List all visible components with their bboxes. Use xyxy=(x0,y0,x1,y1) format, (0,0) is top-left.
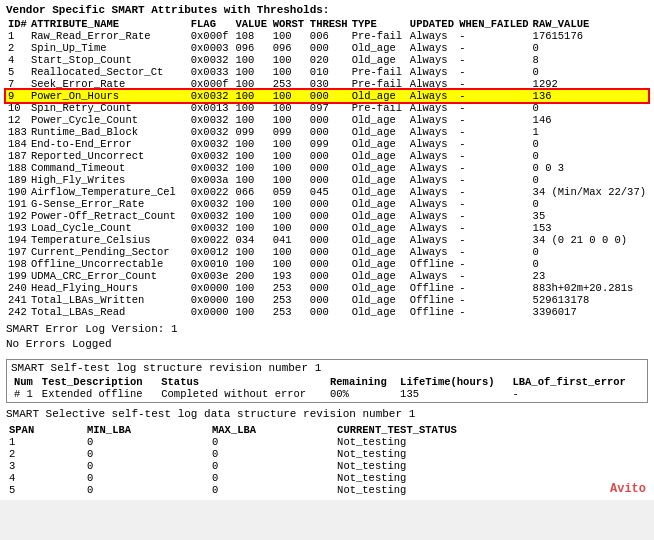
table-row: 187Reported_Uncorrect0x0032100100000Old_… xyxy=(6,150,648,162)
table-row: 199UDMA_CRC_Error_Count0x003e200193000Ol… xyxy=(6,270,648,282)
smart-attributes-table: ID# ATTRIBUTE_NAME FLAG VALUE WORST THRE… xyxy=(6,18,648,318)
self-test-row: # 1Extended offlineCompleted without err… xyxy=(11,388,643,400)
col-header-id: ID# xyxy=(6,18,29,30)
error-log-title: SMART Error Log Version: 1 xyxy=(6,322,648,337)
selective-test-title: SMART Selective self-test log data struc… xyxy=(6,407,648,422)
table-row: 192Power-Off_Retract_Count0x003210010000… xyxy=(6,210,648,222)
section-header: Vendor Specific SMART Attributes with Th… xyxy=(6,4,648,16)
selective-test-row: 300Not_testing xyxy=(6,460,648,472)
self-test-table: NumTest_DescriptionStatusRemainingLifeTi… xyxy=(11,376,643,400)
table-row: 184End-to-End_Error0x0032100100099Old_ag… xyxy=(6,138,648,150)
table-row: 197Current_Pending_Sector0x0012100100000… xyxy=(6,246,648,258)
self-test-title: SMART Self-test log structure revision n… xyxy=(11,362,643,374)
col-header-flag: FLAG xyxy=(189,18,234,30)
selective-test-row: 400Not_testing xyxy=(6,472,648,484)
selective-test-row: 100Not_testing xyxy=(6,436,648,448)
col-header-value: VALUE xyxy=(233,18,270,30)
table-row: 193Load_Cycle_Count0x0032100100000Old_ag… xyxy=(6,222,648,234)
col-header-name: ATTRIBUTE_NAME xyxy=(29,18,189,30)
table-row: 5Reallocated_Sector_Ct0x0033100100010Pre… xyxy=(6,66,648,78)
col-header-updated: UPDATED xyxy=(408,18,457,30)
table-row: 10Spin_Retry_Count0x0013100100097Pre-fai… xyxy=(6,102,648,114)
table-row: 183Runtime_Bad_Block0x0032099099000Old_a… xyxy=(6,126,648,138)
self-test-section: SMART Self-test log structure revision n… xyxy=(6,359,648,403)
col-header-failed: WHEN_FAILED xyxy=(457,18,530,30)
table-row: 241Total_LBAs_Written0x0000100253000Old_… xyxy=(6,294,648,306)
table-row: 12Power_Cycle_Count0x0032100100000Old_ag… xyxy=(6,114,648,126)
watermark: Avito xyxy=(610,482,646,496)
table-row: 189High_Fly_Writes0x003a100100000Old_age… xyxy=(6,174,648,186)
table-row: 2Spin_Up_Time0x0003096096000Old_ageAlway… xyxy=(6,42,648,54)
col-header-thresh: THRESH xyxy=(308,18,350,30)
table-row: 9Power_On_Hours0x0032100100000Old_ageAlw… xyxy=(6,90,648,102)
main-container: Vendor Specific SMART Attributes with Th… xyxy=(0,0,654,500)
table-row: 7Seek_Error_Rate0x000f100253030Pre-failA… xyxy=(6,78,648,90)
error-log-content: No Errors Logged xyxy=(6,337,648,352)
table-row: 191G-Sense_Error_Rate0x0032100100000Old_… xyxy=(6,198,648,210)
table-row: 190Airflow_Temperature_Cel0x002206605904… xyxy=(6,186,648,198)
selective-test-row: 500Not_testing xyxy=(6,484,648,496)
table-row: 4Start_Stop_Count0x0032100100020Old_ageA… xyxy=(6,54,648,66)
table-row: 240Head_Flying_Hours0x0000100253000Old_a… xyxy=(6,282,648,294)
table-row: 1Raw_Read_Error_Rate0x000f108100006Pre-f… xyxy=(6,30,648,42)
table-row: 194Temperature_Celsius0x0022034041000Old… xyxy=(6,234,648,246)
selective-test-row: 200Not_testing xyxy=(6,448,648,460)
col-header-worst: WORST xyxy=(271,18,308,30)
col-header-type: TYPE xyxy=(350,18,408,30)
table-row: 188Command_Timeout0x0032100100000Old_age… xyxy=(6,162,648,174)
selective-test-table: SPANMIN_LBAMAX_LBACURRENT_TEST_STATUS 10… xyxy=(6,424,648,496)
table-row: 242Total_LBAs_Read0x0000100253000Old_age… xyxy=(6,306,648,318)
table-row: 198Offline_Uncorrectable0x0010100100000O… xyxy=(6,258,648,270)
col-header-raw: RAW_VALUE xyxy=(531,18,648,30)
